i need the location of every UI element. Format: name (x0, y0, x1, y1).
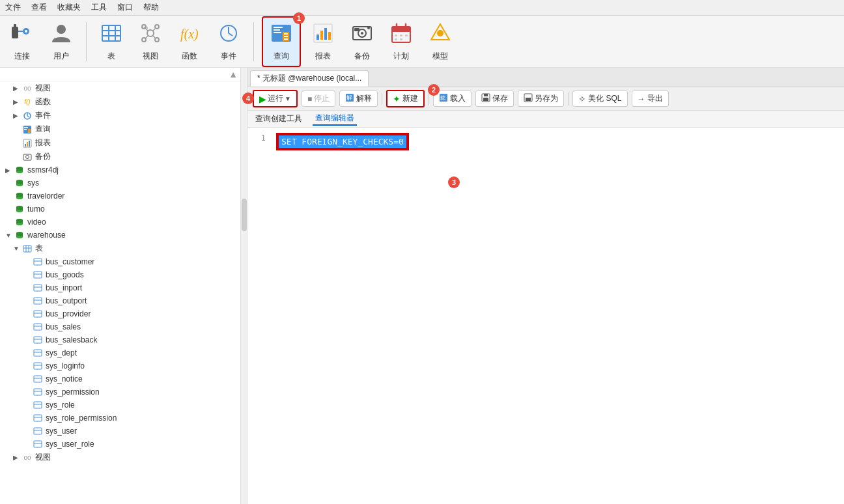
sidebar: ▲ ▶ oo 视图 ▶ f() 函数 ▶ 事件 查询 (0, 68, 241, 504)
svg-line-19 (153, 36, 155, 38)
menu-window[interactable]: 窗口 (117, 2, 133, 13)
step3-badge: 3 (448, 176, 460, 188)
event-label: 事件 (221, 51, 236, 62)
sidebar-item-backup[interactable]: 备份 (0, 150, 240, 163)
sidebar-folder-tables[interactable]: ▼ 表 (0, 242, 240, 255)
sidebar-table-sys-role-permission[interactable]: sys_role_permission (0, 412, 240, 425)
beautify-button[interactable]: ✧ 美化 SQL (572, 91, 627, 107)
save-group: 2 载 载入 (433, 91, 471, 107)
sidebar-table-sys-role[interactable]: sys_role (0, 399, 240, 412)
svg-rect-60 (28, 129, 31, 133)
sidebar-item-view[interactable]: ▶ oo 视图 (0, 81, 240, 95)
sub-tab-create-tool[interactable]: 查询创建工具 (253, 113, 305, 125)
svg-rect-63 (27, 142, 28, 147)
menu-file[interactable]: 文件 (5, 2, 21, 13)
model-icon (429, 21, 452, 49)
menu-favorites[interactable]: 收藏夹 (57, 2, 81, 13)
svg-text:解: 解 (346, 94, 352, 101)
sidebar-item-event[interactable]: ▶ 事件 (0, 109, 240, 122)
code-content-box: SET FOREIGN_KEY_CHECKS=0 (276, 133, 409, 150)
toolbar-view[interactable]: oo 视图 (134, 19, 167, 64)
toolbar-function[interactable]: f(x) 函数 (173, 19, 206, 64)
sidebar-table-sys-dept[interactable]: sys_dept (0, 346, 240, 359)
sidebar-table-bus-salesback[interactable]: bus_salesback (0, 333, 240, 346)
sidebar-table-bus-provider[interactable]: bus_provider (0, 307, 240, 320)
toolbar-report[interactable]: 报表 (306, 19, 340, 64)
sidebar-table-sys-user[interactable]: sys_user (0, 425, 240, 438)
toolbar-table[interactable]: 表 (94, 19, 128, 64)
sidebar-table-sys-user-role[interactable]: sys_user_role (0, 438, 240, 451)
svg-rect-62 (25, 144, 26, 147)
sidebar-item-query[interactable]: 查询 (0, 122, 240, 136)
sidebar-db-warehouse[interactable]: ▼ warehouse (0, 229, 240, 242)
sidebar-scrollbar[interactable] (241, 68, 247, 504)
svg-rect-28 (274, 32, 281, 33)
new-button[interactable]: ✦ 新建 (387, 91, 423, 106)
bus-inport-icon (33, 283, 43, 293)
sidebar-db-video[interactable]: video (0, 216, 240, 229)
svg-rect-49 (405, 35, 408, 36)
query-tab[interactable]: * 无标题 @warehouse (local... (250, 70, 369, 87)
sidebar-func-label: 函数 (35, 96, 51, 107)
sidebar-sys-user-role-label: sys_user_role (46, 440, 94, 449)
sidebar-item-report[interactable]: 报表 (0, 136, 240, 150)
explain-button[interactable]: 解 解释 (339, 91, 378, 107)
save-button[interactable]: 保存 (475, 91, 514, 107)
svg-rect-41 (354, 28, 359, 31)
sidebar-sys-notice-label: sys_notice (46, 374, 83, 384)
connect-label: 连接 (14, 51, 30, 62)
sidebar-scroll-up[interactable]: ▲ (229, 69, 238, 79)
stop-button[interactable]: ■ 停止 (302, 91, 335, 107)
svg-line-18 (146, 36, 148, 38)
toolbar-event[interactable]: 事件 (212, 19, 246, 64)
sidebar-scrollbar-thumb[interactable] (242, 199, 247, 231)
menu-help[interactable]: 帮助 (143, 2, 159, 13)
run-button[interactable]: ▶ 运行 ▼ (254, 91, 296, 106)
toolbar-connect[interactable]: 连接 (5, 19, 39, 64)
svg-point-72 (16, 184, 23, 186)
svg-line-24 (229, 33, 232, 36)
sidebar-db-tumo[interactable]: tumo (0, 203, 240, 216)
save-as-button[interactable]: 另存为 (518, 91, 564, 107)
sidebar-table-bus-goods[interactable]: bus_goods (0, 268, 240, 281)
menu-tools[interactable]: 工具 (91, 2, 107, 13)
sidebar-table-sys-loginfo[interactable]: sys_loginfo (0, 359, 240, 372)
sidebar-table-bus-outport[interactable]: bus_outport (0, 294, 240, 307)
run-button-container: ▶ 运行 ▼ (253, 90, 298, 107)
export-button[interactable]: → 导出 (632, 91, 669, 107)
code-content[interactable]: SET FOREIGN_KEY_CHECKS=0 (277, 134, 408, 149)
toolbar-schedule[interactable]: 计划 (384, 19, 418, 64)
sub-tab-editor[interactable]: 查询编辑器 (313, 112, 357, 126)
sidebar-db-travelorder[interactable]: travelorder (0, 189, 240, 203)
svg-point-5 (57, 25, 66, 34)
toolbar-backup[interactable]: 备份 (345, 19, 379, 64)
toolbar-query[interactable]: 1 查询 (262, 16, 301, 67)
sidebar-item-view-bottom[interactable]: ▶ oo 视图 (0, 451, 240, 464)
sidebar-item-function[interactable]: ▶ f() 函数 (0, 95, 240, 109)
schedule-label: 计划 (393, 51, 409, 62)
svg-rect-47 (395, 35, 397, 36)
code-editor[interactable]: 1 SET FOREIGN_KEY_CHECKS=0 3 (247, 128, 844, 504)
toolbar-user[interactable]: 用户 (44, 19, 78, 64)
sys-dept-icon (33, 348, 43, 358)
sidebar-table-sys-notice[interactable]: sys_notice (0, 372, 240, 385)
svg-rect-105 (34, 363, 42, 369)
sidebar-table-bus-sales[interactable]: bus_sales (0, 320, 240, 333)
svg-rect-95 (34, 298, 42, 304)
menu-view[interactable]: 查看 (31, 2, 47, 13)
save-as-icon (524, 93, 533, 104)
svg-point-69 (16, 171, 23, 173)
sidebar-db-sys[interactable]: sys (0, 176, 240, 189)
sidebar-table-bus-customer[interactable]: bus_customer (0, 255, 240, 268)
load-button[interactable]: 载 载入 (433, 91, 471, 107)
toolbar-model[interactable]: 模型 (423, 19, 457, 64)
sidebar-db-ssmsr4dj[interactable]: ▶ ssmsr4dj (0, 163, 240, 176)
sidebar-table-sys-permission[interactable]: sys_permission (0, 385, 240, 399)
main-toolbar: 连接 用户 表 (0, 16, 844, 68)
db-video-icon (14, 217, 25, 227)
backup-item-icon (22, 152, 33, 162)
bus-provider-icon (33, 309, 43, 319)
table-icon (100, 21, 123, 49)
sidebar-table-bus-inport[interactable]: bus_inport (0, 281, 240, 294)
svg-text:oo: oo (142, 25, 148, 31)
